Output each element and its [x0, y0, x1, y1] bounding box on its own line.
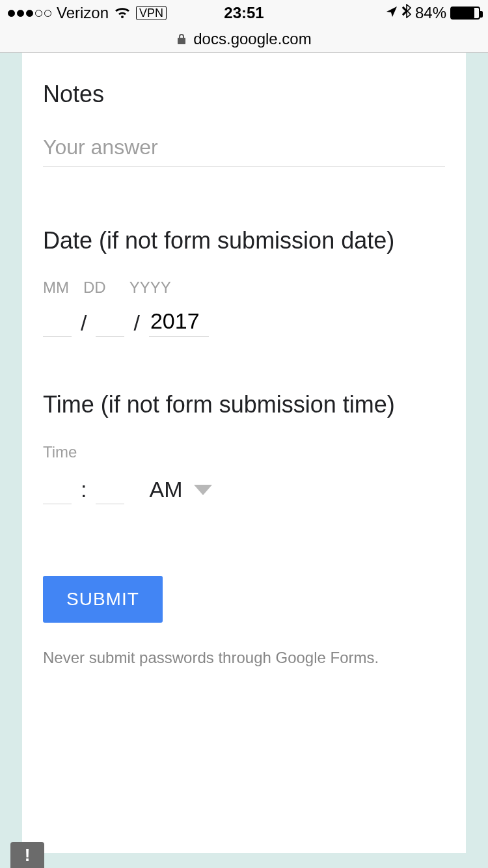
- submit-area: SUBMIT Never submit passwords through Go…: [43, 576, 445, 667]
- submit-button[interactable]: SUBMIT: [43, 576, 163, 623]
- battery-pct: 84%: [415, 4, 446, 22]
- question-title-time: Time (if not form submission time): [43, 389, 445, 421]
- time-input-row: : AM: [43, 476, 445, 504]
- battery-icon: [450, 7, 480, 20]
- lock-icon: [176, 33, 187, 46]
- url-domain: docs.google.com: [193, 30, 311, 48]
- date-input-row: / /: [43, 308, 445, 337]
- question-title-notes: Notes: [43, 79, 445, 111]
- bluetooth-icon: [402, 4, 411, 22]
- vpn-badge: VPN: [136, 6, 167, 20]
- time-sublabel: Time: [43, 443, 445, 461]
- wifi-icon: [114, 7, 131, 20]
- status-left: Verizon VPN: [8, 4, 167, 22]
- date-yyyy-input[interactable]: [149, 308, 209, 337]
- date-mm-input[interactable]: [43, 308, 72, 337]
- question-date: Date (if not form submission date) MM DD…: [43, 225, 445, 338]
- cell-signal-icon: [8, 10, 51, 17]
- location-icon: [385, 4, 398, 22]
- date-header-row: MM DD YYYY: [43, 278, 445, 297]
- password-disclaimer: Never submit passwords through Google Fo…: [43, 649, 445, 667]
- exclamation-icon: !: [25, 845, 31, 865]
- page-content: Notes Date (if not form submission date)…: [0, 53, 488, 868]
- feedback-button[interactable]: !: [10, 842, 44, 868]
- ampm-value: AM: [149, 477, 182, 502]
- date-yyyy-label: YYYY: [129, 278, 171, 297]
- form-card: Notes Date (if not form submission date)…: [22, 53, 466, 853]
- date-dd-input[interactable]: [96, 308, 124, 337]
- ios-status-bar: Verizon VPN 23:51 84%: [0, 0, 488, 26]
- status-right: 84%: [385, 4, 480, 22]
- browser-url-bar[interactable]: docs.google.com: [0, 26, 488, 53]
- notes-input[interactable]: [43, 133, 445, 167]
- ampm-dropdown[interactable]: AM: [149, 477, 212, 502]
- carrier-label: Verizon: [57, 4, 109, 22]
- chevron-down-icon: [194, 485, 212, 495]
- date-separator-2: /: [131, 310, 142, 336]
- time-minute-input[interactable]: [96, 476, 124, 504]
- date-dd-label: DD: [83, 278, 106, 297]
- time-hour-input[interactable]: [43, 476, 72, 504]
- question-time: Time (if not form submission time) Time …: [43, 389, 445, 504]
- question-title-date: Date (if not form submission date): [43, 225, 445, 257]
- time-separator: :: [78, 477, 89, 502]
- date-mm-label: MM: [43, 278, 69, 297]
- date-separator-1: /: [78, 310, 89, 336]
- question-notes: Notes: [43, 79, 445, 167]
